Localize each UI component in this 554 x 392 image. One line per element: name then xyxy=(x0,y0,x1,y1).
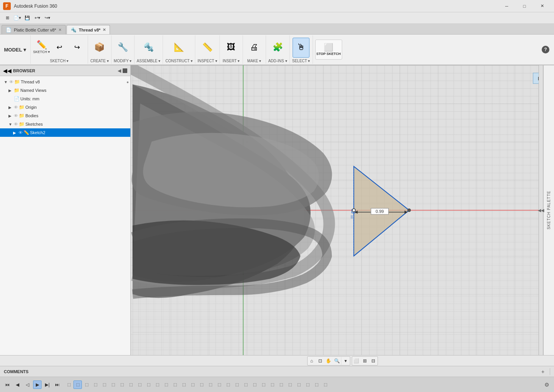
anim-play-back-button[interactable]: ◁ xyxy=(23,380,32,389)
apps-button[interactable]: ⊞ xyxy=(3,14,12,22)
tl-btn-22[interactable]: ⬚ xyxy=(250,380,259,389)
tl-btn-30[interactable]: ⬚ xyxy=(321,380,329,389)
tl-btn-1[interactable]: ⬚ xyxy=(65,380,73,389)
help-button[interactable]: ? xyxy=(537,35,554,64)
tl-btn-13[interactable]: ⬚ xyxy=(171,380,179,389)
sketch-button[interactable]: ✏️ SKETCH ▾ xyxy=(33,38,50,58)
fit-view-button[interactable]: ⊡ xyxy=(316,357,324,365)
settings-button[interactable]: ⚙ xyxy=(542,380,551,389)
tree-eye-sketches[interactable]: 👁 xyxy=(14,122,18,126)
pan-button[interactable]: ✋ xyxy=(324,357,333,365)
insert-icon: 🖼 xyxy=(227,43,235,51)
close-tab-thread[interactable]: ✕ xyxy=(103,28,106,32)
zoom-button[interactable]: 🔍 xyxy=(333,357,341,365)
undo-ribbon-button[interactable]: ↩ xyxy=(51,38,68,58)
add-comment-button[interactable]: + xyxy=(539,368,547,375)
anim-play-button[interactable]: ▶ xyxy=(33,380,42,389)
tree-item-units[interactable]: ▶ 📄 Units: mm xyxy=(0,95,130,103)
tl-btn-26[interactable]: ⬚ xyxy=(286,380,294,389)
tl-btn-27[interactable]: ⬚ xyxy=(294,380,303,389)
tl-btn-12[interactable]: ⬚ xyxy=(162,380,170,389)
tab-thread[interactable]: 🔩 Thread v8* ✕ xyxy=(67,25,110,34)
tl-btn-8[interactable]: ⬚ xyxy=(126,380,135,389)
sketch-palette[interactable]: SKETCH PALETTE xyxy=(543,65,554,355)
minimize-button[interactable]: ─ xyxy=(498,0,516,12)
close-button[interactable]: ✕ xyxy=(533,0,551,12)
undo-button[interactable]: ↩▾ xyxy=(33,14,42,22)
model-dropdown[interactable]: MODEL ▾ xyxy=(0,35,31,64)
tl-btn-21[interactable]: ⬚ xyxy=(241,380,250,389)
tree-expand-sketch2[interactable]: ▶ xyxy=(13,131,18,135)
tree-item-sketch2[interactable]: ▶ 👁 ✏️ Sketch2 xyxy=(0,128,130,137)
maximize-button[interactable]: □ xyxy=(516,0,533,12)
tab-plastic-bottle[interactable]: 📄 Platic Bottle Cutter v8* ✕ xyxy=(2,25,66,34)
tl-btn-20[interactable]: ⬚ xyxy=(233,380,241,389)
redo-button[interactable]: ↪▾ xyxy=(43,14,52,22)
stop-sketch-button[interactable]: ⬜ STOP SKETCH xyxy=(315,40,342,60)
grid-button[interactable]: ⊞ xyxy=(361,357,369,365)
tl-btn-17[interactable]: ⬚ xyxy=(206,380,215,389)
tree-eye-sketch2[interactable]: 👁 xyxy=(18,130,23,135)
tl-btn-24[interactable]: ⬚ xyxy=(268,380,276,389)
anim-end-button[interactable]: ⏭ xyxy=(53,380,62,389)
save-button[interactable]: 💾 xyxy=(23,14,32,22)
anim-next-button[interactable]: ▶| xyxy=(43,380,52,389)
zoom-options[interactable]: ▾ xyxy=(341,357,350,365)
tree-expand-named-views[interactable]: ▶ xyxy=(8,88,13,93)
create-button[interactable]: 📦 xyxy=(91,38,108,58)
tree-item-root[interactable]: ▼ 👁 📁 Thread v8 ● xyxy=(0,78,130,86)
display-mode-button[interactable]: ⬜ xyxy=(352,357,361,365)
home-view-button[interactable]: ⌂ xyxy=(308,357,316,365)
insert-button[interactable]: 🖼 xyxy=(223,38,240,58)
tl-btn-10[interactable]: ⬚ xyxy=(144,380,153,389)
construct-button[interactable]: 📐 xyxy=(171,38,188,58)
tl-btn-15[interactable]: ⬚ xyxy=(188,380,197,389)
inspect-button[interactable]: 📏 xyxy=(199,38,216,58)
tl-btn-5[interactable]: ⬚ xyxy=(100,380,108,389)
tl-btn-23[interactable]: ⬚ xyxy=(259,380,268,389)
tl-btn-11[interactable]: ⬚ xyxy=(153,380,161,389)
anim-prev-button[interactable]: ◀ xyxy=(13,380,22,389)
browser-pin-icon[interactable] xyxy=(123,68,127,73)
tree-expand-sketches[interactable]: ▼ xyxy=(8,122,13,126)
tree-expand-origin[interactable]: ▶ xyxy=(8,105,13,110)
tl-btn-2[interactable]: ⬚ xyxy=(73,380,82,389)
tl-btn-7[interactable]: ⬚ xyxy=(118,380,126,389)
assemble-button[interactable]: 🔩 xyxy=(140,38,157,58)
tree-eye-origin[interactable]: 👁 xyxy=(14,105,18,110)
tree-item-bodies[interactable]: ▶ 👁 📁 Bodies xyxy=(0,111,130,120)
tree-item-named-views[interactable]: ▶ 📁 Named Views xyxy=(0,86,130,95)
modify-button[interactable]: 🔧 xyxy=(114,38,131,58)
tl-btn-9[interactable]: ⬚ xyxy=(135,380,144,389)
new-button[interactable]: 📄▾ xyxy=(13,14,22,22)
tree-expand-bodies[interactable]: ▶ xyxy=(8,114,13,118)
tl-btn-3[interactable]: ⬚ xyxy=(82,380,91,389)
select-button[interactable]: 🖱 xyxy=(293,38,309,58)
tree-eye-root[interactable]: 👁 xyxy=(9,80,13,84)
tree-expand-root[interactable]: ▼ xyxy=(4,80,8,84)
right-collapse-handle[interactable]: ◀◀ xyxy=(539,65,543,355)
redo-ribbon-button[interactable]: ↪ xyxy=(68,38,85,58)
tl-btn-28[interactable]: ⬚ xyxy=(303,380,312,389)
tl-btn-14[interactable]: ⬚ xyxy=(180,380,188,389)
tl-btn-6[interactable]: ⬚ xyxy=(109,380,117,389)
tree-eye-bodies[interactable]: 👁 xyxy=(14,113,18,118)
tl-btn-4[interactable]: ⬚ xyxy=(91,380,100,389)
view-options-button[interactable]: ⊟ xyxy=(369,357,378,365)
anim-rewind-button[interactable]: ⏮ xyxy=(3,380,12,389)
tree-item-sketches[interactable]: ▼ 👁 📁 Sketches xyxy=(0,120,130,128)
tree-item-origin[interactable]: ▶ 👁 📁 Origin xyxy=(0,103,130,111)
tl-btn-29[interactable]: ⬚ xyxy=(312,380,321,389)
comments-bar: COMMENTS + xyxy=(0,366,554,377)
make-button[interactable]: 🖨 xyxy=(246,38,263,58)
close-tab-plastic[interactable]: ✕ xyxy=(58,28,62,32)
tl-btn-18[interactable]: ⬚ xyxy=(215,380,223,389)
addins-button[interactable]: 🧩 xyxy=(269,38,286,58)
tl-btn-25[interactable]: ⬚ xyxy=(277,380,285,389)
tl-btn-19[interactable]: ⬚ xyxy=(224,380,232,389)
construct-section-label: CONSTRUCT ▾ xyxy=(165,59,192,63)
tl-btn-16[interactable]: ⬚ xyxy=(197,380,206,389)
viewport[interactable]: || 0.99 FRONT xyxy=(131,65,554,355)
browser-collapse-btn[interactable]: ◀ xyxy=(118,68,121,73)
browser-collapse-icon[interactable]: ◀◀ xyxy=(3,68,12,74)
